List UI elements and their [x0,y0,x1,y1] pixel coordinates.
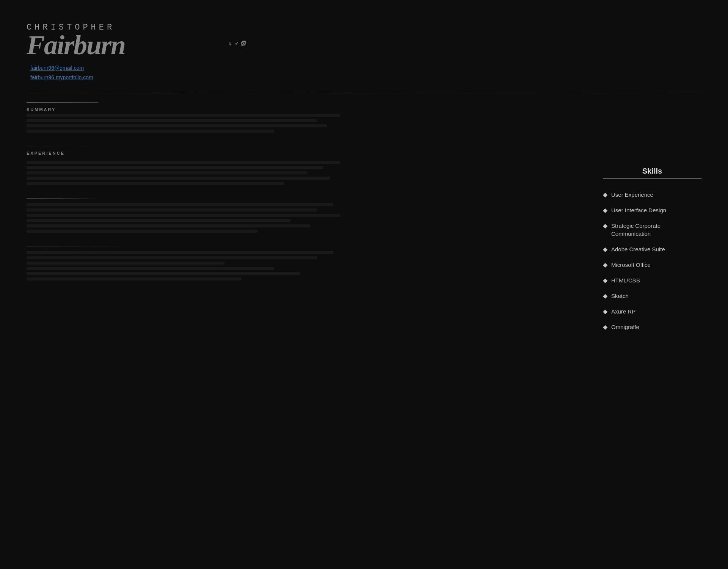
skill-item-2: ◆ Strategic CorporateCommunication [603,218,701,241]
summary-section: Summary [27,102,356,133]
decorative-icons: ♀♂⚙ [228,41,246,47]
bullet-7: ◆ [603,308,607,315]
bullet-6: ◆ [603,292,607,299]
skill-item-3: ◆ Adobe Creative Suite [603,241,701,257]
skills-sidebar: Skills ◆ User Experience ◆ User Interfac… [603,167,701,335]
skill-item-5: ◆ HTML/CSS [603,273,701,288]
skills-title: Skills [603,167,701,179]
bullet-1: ◆ [603,207,607,214]
skill-text-0: User Experience [611,191,653,199]
skill-text-7: Axure RP [611,307,635,315]
portfolio-link[interactable]: fairburn96.myportfolio.com [30,73,216,82]
job1-desc [27,161,356,185]
summary-content [27,114,356,133]
bullet-3: ◆ [603,246,607,253]
page-wrapper: Christopher Fairburn ♀♂⚙ fairburn96@gmai… [0,0,728,569]
skill-text-4: Microsoft Office [611,261,651,269]
bullet-0: ◆ [603,191,607,198]
skill-text-3: Adobe Creative Suite [611,245,665,253]
summary-label: Summary [27,107,356,112]
skill-text-8: Omnigraffe [611,323,639,331]
main-content: Summary Experience [27,102,356,294]
email-link[interactable]: fairburn96@gmail.com [30,63,216,73]
exp1-label: Experience [27,151,356,155]
job3-desc [27,251,356,281]
skill-item-6: ◆ Sketch [603,288,701,304]
bullet-2: ◆ [603,222,607,229]
experience-section-3 [27,246,356,281]
experience-section-1: Experience [27,146,356,185]
skill-text-5: HTML/CSS [611,276,640,284]
bullet-5: ◆ [603,277,607,284]
name-last-text: Fairburn [27,30,125,60]
bullet-8: ◆ [603,323,607,331]
skill-text-2: Strategic CorporateCommunication [611,222,661,238]
skill-item-0: ◆ User Experience [603,187,701,202]
name-fairburn: Fairburn ♀♂⚙ [27,33,216,58]
skill-item-1: ◆ User Interface Design [603,202,701,218]
bullet-4: ◆ [603,261,607,268]
skill-text-1: User Interface Design [611,206,666,214]
skill-text-6: Sketch [611,292,629,300]
skill-item-8: ◆ Omnigraffe [603,319,701,335]
exp3-divider [27,246,121,246]
header-section: Christopher Fairburn ♀♂⚙ fairburn96@gmai… [27,23,216,82]
skills-list: ◆ User Experience ◆ User Interface Desig… [603,187,701,335]
summary-divider [27,102,99,103]
exp1-divider [27,146,99,146]
exp2-divider [27,198,99,199]
skill-item-4: ◆ Microsoft Office [603,257,701,273]
main-divider [27,93,701,93]
job2-desc [27,203,356,233]
experience-section-2 [27,198,356,233]
contact-links: fairburn96@gmail.com fairburn96.myportfo… [30,63,216,82]
skill-item-7: ◆ Axure RP [603,304,701,319]
